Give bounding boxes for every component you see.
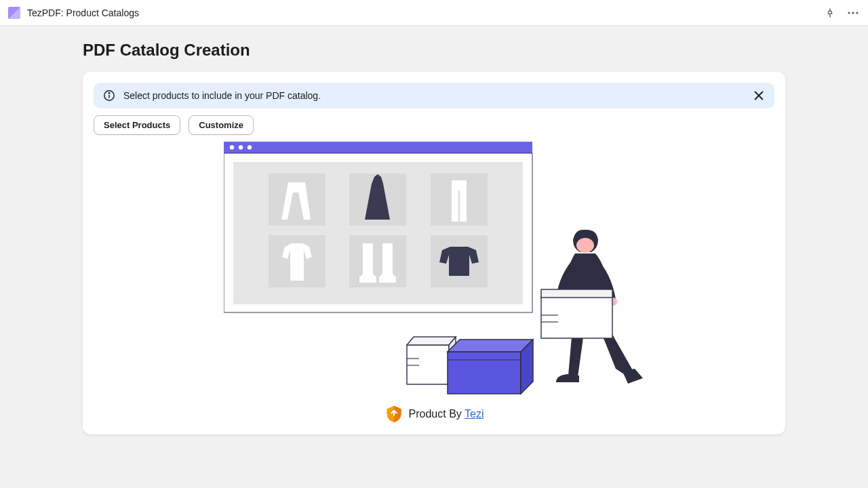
svg-rect-8 [224, 142, 532, 153]
banner-message: Select products to include in your PDF c… [123, 90, 745, 101]
info-icon [103, 89, 115, 102]
main-card: Select products to include in your PDF c… [83, 72, 785, 434]
credit-prefix: Product By [409, 408, 465, 420]
svg-rect-27 [407, 345, 449, 384]
svg-rect-14 [269, 174, 326, 226]
action-row: Select Products Customize [94, 115, 774, 135]
svg-point-1 [852, 12, 854, 14]
more-icon[interactable] [846, 6, 860, 20]
shield-icon [384, 405, 403, 424]
svg-point-9 [230, 145, 234, 149]
credit-link[interactable]: Tezi [465, 408, 484, 420]
select-products-button[interactable]: Select Products [94, 115, 180, 135]
info-banner: Select products to include in your PDF c… [94, 83, 774, 108]
svg-point-0 [848, 12, 850, 14]
svg-rect-18 [349, 235, 406, 287]
page-title: PDF Catalog Creation [83, 41, 785, 60]
svg-rect-24 [541, 289, 612, 298]
svg-rect-23 [541, 296, 612, 338]
svg-point-20 [576, 238, 594, 253]
app-icon [8, 7, 20, 19]
top-bar: TezPDF: Product Catalogs [0, 0, 868, 26]
hero-illustration [94, 139, 774, 399]
illustration-svg [224, 142, 644, 399]
close-icon[interactable] [753, 89, 765, 102]
svg-point-5 [108, 93, 109, 94]
top-bar-right [823, 6, 860, 20]
credit-text: Product By Tezi [409, 408, 484, 420]
svg-point-10 [239, 145, 243, 149]
pin-icon[interactable] [823, 6, 837, 20]
page-body: PDF Catalog Creation Select products to … [0, 26, 868, 449]
svg-point-11 [248, 145, 252, 149]
product-credit: Product By Tezi [94, 405, 774, 424]
svg-point-2 [856, 12, 858, 14]
app-title: TezPDF: Product Catalogs [27, 7, 139, 18]
top-bar-left: TezPDF: Product Catalogs [8, 7, 139, 19]
customize-button[interactable]: Customize [189, 115, 254, 135]
